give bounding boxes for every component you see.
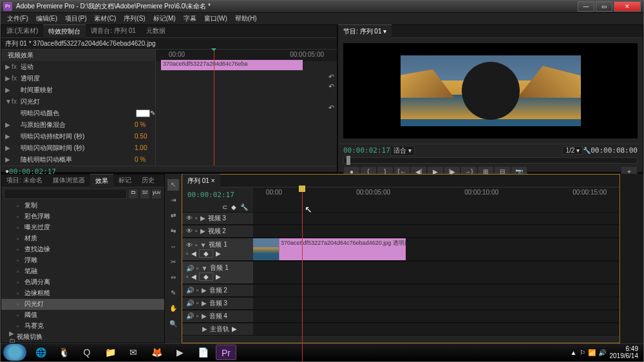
effects-item[interactable]: ▫ 曝光过度 (1, 222, 164, 233)
taskbar-app[interactable]: 🦊 (146, 345, 167, 360)
tab-project-4[interactable]: 历史 (137, 174, 160, 187)
close-button[interactable]: ✕ (614, 1, 641, 12)
menu-窗口(W)[interactable]: 窗口(W) (200, 13, 231, 24)
tab-source-2[interactable]: 调音台: 序列 01 (86, 24, 140, 37)
program-timecode[interactable]: 00:00:02:17 (343, 146, 390, 155)
effects-item[interactable]: ▫ 边缘粗糙 (1, 288, 164, 299)
scrubber[interactable] (343, 157, 638, 164)
eyedropper-icon[interactable]: ✎ (150, 110, 155, 117)
minimize-button[interactable]: — (578, 1, 594, 12)
menu-编辑(E)[interactable]: 编辑(E) (32, 13, 61, 24)
tray-icon[interactable]: ⚐ (580, 349, 585, 356)
taskbar-app[interactable]: Q (77, 345, 97, 360)
menu-文件(F)[interactable]: 文件(F) (3, 13, 32, 24)
tab-source-0[interactable]: 源:(无素材) (1, 24, 43, 37)
menu-帮助(H)[interactable]: 帮助(H) (231, 13, 261, 24)
taskbar-app[interactable]: ✉ (123, 345, 144, 360)
maximize-button[interactable]: ▭ (596, 1, 612, 12)
tray-icon[interactable]: 🔊 (598, 349, 606, 356)
tab-sequence[interactable]: 序列 01 × (182, 174, 220, 187)
tab-project-1[interactable]: 媒体浏览器 (48, 174, 90, 187)
tray-icon[interactable]: 📶 (588, 349, 596, 356)
tool-slip[interactable]: ⇔ (167, 272, 179, 283)
effects-item[interactable]: ▫ 闪光灯 (1, 299, 164, 310)
tab-source-1[interactable]: 特效控制台 (43, 24, 86, 38)
timeline-timecode[interactable]: 00:00:02:17 (187, 191, 234, 199)
tool-zoom[interactable]: 🔍 (167, 318, 179, 330)
ec-property[interactable]: ▼fx闪光灯 (1, 96, 155, 108)
menu-标记(M)[interactable]: 标记(M) (149, 13, 180, 24)
effects-item[interactable]: ▫ 马赛克 (1, 321, 164, 332)
taskbar-app[interactable]: 📄 (193, 345, 213, 360)
color-swatch[interactable] (136, 110, 150, 117)
video-track[interactable]: 👁▫▶视频 2 (182, 225, 620, 238)
tool-ripple[interactable]: ⇄ (167, 210, 179, 222)
reset-icon[interactable]: ↶ (328, 73, 334, 81)
timeline-playhead[interactable] (302, 187, 303, 362)
effects-item[interactable]: ▫ 彩色浮雕 (1, 211, 164, 222)
tab-project-3[interactable]: 标记 (113, 174, 137, 187)
ec-clip-bar[interactable]: 370ace8df53227a204d64c76eba (161, 60, 303, 70)
program-monitor[interactable] (343, 43, 638, 138)
reset-icon[interactable]: ↶ (328, 104, 334, 112)
taskbar-app[interactable]: 🌐 (30, 345, 51, 360)
ec-property[interactable]: ▶ 明暗闪动间隙时间 (秒)1.00 (1, 142, 155, 154)
ec-property[interactable]: ▶fx运动 (1, 61, 155, 73)
menu-序列(S)[interactable]: 序列(S) (120, 13, 149, 24)
reset-icon[interactable]: ↶ (328, 82, 334, 91)
tool-pen[interactable]: ✎ (167, 287, 179, 299)
menu-字幕[interactable]: 字幕 (180, 13, 200, 24)
taskbar-premiere[interactable]: Pr (216, 345, 236, 360)
taskbar-app[interactable]: ▶ (169, 345, 190, 360)
effects-item[interactable]: ▫ 复制 (1, 200, 164, 211)
tab-project-2[interactable]: 效果 (90, 174, 113, 187)
effects-item[interactable]: ▫ 浮雕 (1, 255, 164, 266)
btn-32[interactable]: 32 (140, 189, 150, 199)
ec-property[interactable]: 明暗闪动颜色✎ (1, 108, 155, 119)
taskbar-app[interactable]: 🐧 (53, 345, 74, 360)
clock-time[interactable]: 6:49 (610, 345, 639, 352)
ec-property[interactable]: ▶ 与原始图像混合0 % (1, 119, 155, 131)
btn-32[interactable]: 🗀 (128, 189, 138, 199)
audio-track[interactable]: 🔊▫▶音频 3 (182, 297, 620, 310)
wrench-icon[interactable]: 🔧 (240, 204, 248, 211)
tool-track-select[interactable]: ⇥ (167, 195, 179, 206)
wrench-icon[interactable]: 🔧 (583, 147, 591, 154)
ec-playhead[interactable] (214, 50, 214, 166)
tool-rate[interactable]: ↔ (167, 241, 179, 252)
audio-track[interactable]: 🔊▫▼音频 1▫◀◆▶ (182, 261, 620, 284)
menu-项目(P)[interactable]: 项目(P) (61, 13, 90, 24)
clock-date[interactable]: 2019/6/14 (610, 352, 639, 359)
ec-property[interactable]: ▶fx透明度 (1, 73, 155, 84)
effects-folder[interactable]: ▶ 🗀 视频切换 (1, 332, 164, 343)
effects-item[interactable]: ▫ 查找边缘 (1, 244, 164, 255)
btn-yuv[interactable]: yuv (151, 189, 162, 199)
menu-素材(C)[interactable]: 素材(C) (90, 13, 120, 24)
effects-item[interactable]: ▫ 材质 (1, 233, 164, 244)
ec-property[interactable]: ▶ 明暗闪动持续时间 (秒)0.50 (1, 131, 155, 142)
zoom-select[interactable]: 适合 ▾ (390, 146, 415, 156)
snap-icon[interactable]: ⊂ (222, 204, 227, 211)
video-track[interactable]: 👁▫▼视频 1▫◀◆▶370ace8df53227a204d64c76ebad4… (182, 238, 620, 261)
timeline-clip[interactable]: 370ace8df53227a204d64c76ebad4620.jpg 透明度… (253, 238, 406, 260)
tool-rolling[interactable]: ⇆ (167, 225, 179, 237)
timeline-ruler[interactable]: 00:00 00:00:05:00 00:00:10:00 00:00:15:0… (253, 187, 620, 198)
ec-property[interactable]: ▶时间重映射 (1, 84, 155, 96)
audio-track[interactable]: 🔊▫▶音频 4 (182, 310, 620, 323)
tool-selection[interactable]: ↖ (167, 179, 179, 191)
tool-razor[interactable]: ✂ (167, 256, 179, 268)
effects-item[interactable]: ▫ 阈值 (1, 310, 164, 321)
audio-track[interactable]: 🔊▫▶音频 2 (182, 284, 620, 297)
tool-hand[interactable]: ✋ (167, 303, 179, 314)
tray-icon[interactable]: ▲ (571, 349, 577, 356)
taskbar-app[interactable]: 📁 (100, 345, 120, 360)
effects-search-input[interactable] (4, 189, 127, 199)
ec-property[interactable]: ▶ 随机明暗闪动概率0 % (1, 154, 155, 166)
effects-item[interactable]: ▫ 笔融 (1, 266, 164, 277)
res-select[interactable]: 1/2 ▾ (562, 146, 583, 155)
tab-project-0[interactable]: 项目: 未命名 (1, 174, 48, 187)
marker-icon[interactable]: ◆ (231, 204, 236, 211)
video-track[interactable]: 👁▫▶视频 3 (182, 212, 620, 225)
effects-item[interactable]: ▫ 色调分离 (1, 277, 164, 288)
start-button[interactable] (3, 344, 26, 361)
